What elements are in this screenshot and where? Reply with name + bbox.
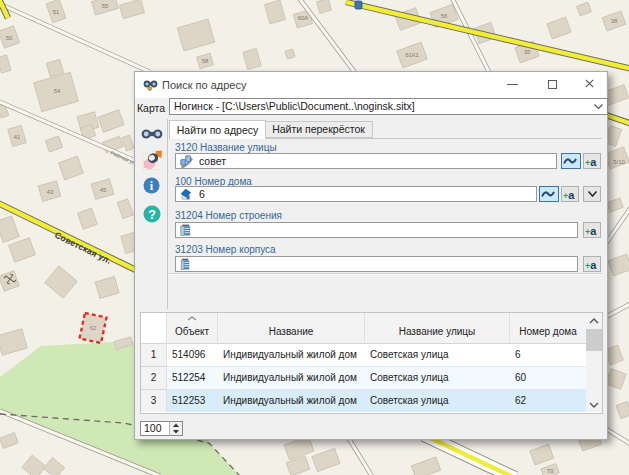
svg-text:56: 56	[441, 13, 448, 19]
svg-text:51: 51	[53, 9, 60, 15]
svg-text:35: 35	[524, 49, 531, 55]
svg-text:45: 45	[100, 187, 107, 193]
svg-text:?: ?	[148, 208, 156, 222]
svg-text:62: 62	[90, 325, 97, 331]
svg-text:43: 43	[47, 189, 54, 195]
svg-text:54: 54	[54, 88, 61, 94]
svg-text:60A: 60A	[298, 15, 309, 21]
svg-text:61К1: 61К1	[405, 52, 419, 58]
svg-text:5/10: 5/10	[613, 159, 625, 165]
svg-text:50: 50	[6, 35, 13, 41]
svg-text:38: 38	[611, 18, 618, 24]
svg-text:58: 58	[202, 58, 209, 64]
svg-text:55: 55	[102, 3, 109, 9]
svg-text:73: 73	[547, 468, 554, 474]
svg-text:41: 41	[14, 134, 21, 140]
